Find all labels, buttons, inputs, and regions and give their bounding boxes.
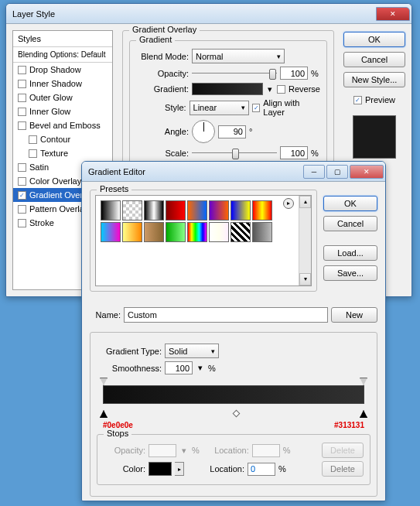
color-well[interactable] <box>149 462 172 476</box>
style-item-drop-shadow[interactable]: Drop Shadow <box>13 63 112 77</box>
delete-color-stop-button: Delete <box>322 461 364 477</box>
reverse-checkbox[interactable] <box>277 85 285 94</box>
preset-swatch[interactable] <box>166 200 186 221</box>
preset-swatch[interactable] <box>252 200 272 221</box>
blend-mode-label: Blend Mode: <box>136 52 189 61</box>
gradient-label: Gradient: <box>136 84 189 94</box>
preset-swatch[interactable] <box>230 222 251 242</box>
style-label: Style: <box>136 103 186 112</box>
preset-swatch[interactable] <box>144 222 164 242</box>
style-checkbox[interactable] <box>18 205 26 214</box>
ge-cancel-button[interactable]: Cancel <box>323 216 377 231</box>
preset-swatch[interactable] <box>209 222 229 242</box>
opacity-slider[interactable] <box>192 67 277 80</box>
preset-swatch[interactable] <box>101 200 121 221</box>
style-checkbox[interactable] <box>18 177 26 186</box>
style-checkbox[interactable] <box>18 163 26 172</box>
style-item-contour[interactable]: Contour <box>13 132 112 146</box>
preset-scrollbar[interactable]: ▴ ▾ <box>299 196 311 285</box>
minimize-icon[interactable]: ─ <box>303 165 325 179</box>
style-item-inner-glow[interactable]: Inner Glow <box>13 104 112 118</box>
new-style-button[interactable]: New Style... <box>343 72 405 87</box>
blending-options[interactable]: Blending Options: Default <box>13 47 112 63</box>
ok-button[interactable]: OK <box>343 32 405 47</box>
layer-style-titlebar[interactable]: Layer Style ✕ <box>6 4 411 24</box>
scroll-up-icon[interactable]: ▴ <box>299 196 311 208</box>
preset-swatch[interactable] <box>187 222 207 242</box>
chevron-down-icon[interactable]: ▾ <box>196 363 205 373</box>
style-checkbox[interactable] <box>18 80 26 88</box>
style-checkbox[interactable] <box>29 135 37 144</box>
preset-menu-icon[interactable]: ▸ <box>283 198 294 209</box>
gradient-type-combo[interactable]: Solid <box>165 344 219 358</box>
align-checkbox[interactable]: ✓ <box>252 104 261 112</box>
angle-label: Angle: <box>136 127 189 136</box>
new-button[interactable]: New <box>331 307 377 323</box>
scale-slider[interactable] <box>192 147 277 159</box>
style-checkbox[interactable] <box>18 66 26 74</box>
pct-label: % <box>311 69 319 78</box>
name-label: Name: <box>90 310 121 320</box>
layer-style-title: Layer Style <box>12 9 376 19</box>
stop-opacity-location-label: Location: <box>203 446 249 455</box>
color-arrow-icon[interactable]: ▸ <box>175 462 184 476</box>
styles-header[interactable]: Styles <box>13 31 112 47</box>
cancel-button[interactable]: Cancel <box>343 52 405 67</box>
style-checkbox[interactable] <box>18 219 26 227</box>
preset-swatch[interactable] <box>187 200 207 221</box>
chevron-down-icon[interactable]: ▾ <box>266 84 274 94</box>
opacity-stop-left[interactable] <box>100 378 108 385</box>
preset-swatch[interactable] <box>230 200 251 221</box>
maximize-icon[interactable]: ▢ <box>326 165 348 179</box>
style-item-texture[interactable]: Texture <box>13 146 112 160</box>
gradient-editor-titlebar[interactable]: Gradient Editor ─ ▢ ✕ <box>82 162 385 182</box>
midpoint-icon[interactable] <box>233 410 241 418</box>
style-label: Outer Glow <box>29 93 73 102</box>
ge-save-button[interactable]: Save... <box>323 265 377 281</box>
style-combo[interactable]: Linear <box>190 101 249 115</box>
close-icon[interactable]: ✕ <box>350 165 384 179</box>
hex-right: #313131 <box>334 421 364 429</box>
opacity-stop-right[interactable] <box>360 378 367 385</box>
deg-label: ° <box>249 127 252 136</box>
style-checkbox[interactable] <box>18 108 26 116</box>
preset-swatch[interactable] <box>122 200 142 221</box>
preset-swatch[interactable] <box>101 222 121 242</box>
stop-color-label: Color: <box>104 464 145 474</box>
style-checkbox[interactable] <box>18 94 26 102</box>
style-item-outer-glow[interactable]: Outer Glow <box>13 91 112 104</box>
ge-load-button[interactable]: Load... <box>323 245 377 261</box>
preset-swatch[interactable] <box>166 222 186 242</box>
style-label: Drop Shadow <box>29 65 81 74</box>
name-input[interactable] <box>124 307 328 323</box>
preset-swatch[interactable] <box>252 222 272 242</box>
ge-ok-button[interactable]: OK <box>323 196 377 211</box>
gradient-ramp[interactable] <box>97 378 370 418</box>
stop-color-location-input[interactable] <box>248 463 275 476</box>
smoothness-input[interactable] <box>165 361 193 374</box>
style-item-inner-shadow[interactable]: Inner Shadow <box>13 77 112 91</box>
style-label: Color Overlay <box>29 176 81 186</box>
style-checkbox[interactable]: ✓ <box>18 191 26 200</box>
angle-input[interactable] <box>218 125 246 138</box>
scale-input[interactable] <box>280 146 308 159</box>
style-checkbox[interactable] <box>18 121 26 130</box>
preset-swatch[interactable] <box>122 222 142 242</box>
stop-color-location-label: Location: <box>198 464 244 474</box>
style-item-bevel-and-emboss[interactable]: Bevel and Emboss <box>13 118 112 132</box>
preset-swatch[interactable] <box>144 200 164 221</box>
gradient-preview[interactable] <box>192 83 263 95</box>
color-stop-right[interactable] <box>360 410 367 418</box>
preset-swatch[interactable] <box>209 200 229 221</box>
opacity-input[interactable] <box>280 67 308 80</box>
angle-dial[interactable] <box>192 120 215 143</box>
gradient-editor-title: Gradient Editor <box>88 167 303 176</box>
panel-legend: Gradient Overlay <box>129 25 200 34</box>
style-checkbox[interactable] <box>29 149 37 158</box>
blend-mode-combo[interactable]: Normal <box>192 49 285 63</box>
stops-legend: Stops <box>104 429 131 438</box>
scroll-down-icon[interactable]: ▾ <box>299 273 311 285</box>
color-stop-left[interactable] <box>100 410 108 418</box>
close-icon[interactable]: ✕ <box>376 7 410 21</box>
preview-checkbox[interactable]: ✓ <box>353 96 362 104</box>
